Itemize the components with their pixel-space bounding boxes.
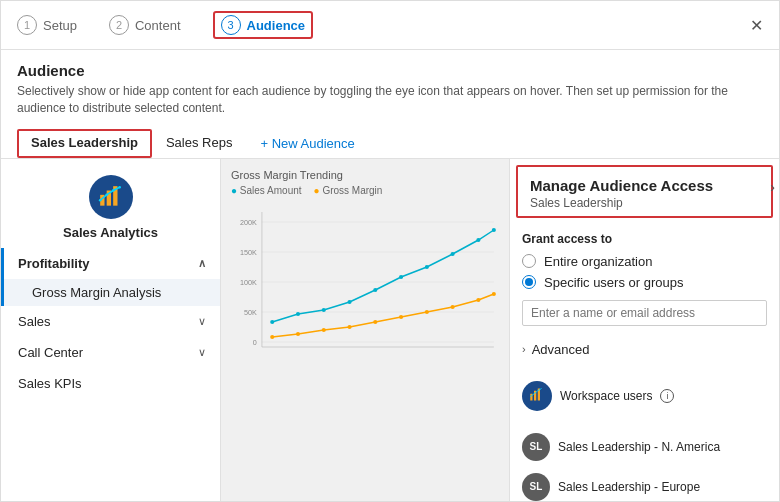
svg-point-36: [451, 305, 455, 309]
svg-point-29: [270, 335, 274, 339]
radio-entire-org[interactable]: Entire organization: [522, 254, 767, 269]
step-audience-circle: 3: [221, 15, 241, 35]
radio-circle-specific: [522, 275, 536, 289]
legend-margin: ● Gross Margin: [314, 185, 383, 196]
step-setup-circle: 1: [17, 15, 37, 35]
svg-text:50K: 50K: [244, 309, 257, 317]
svg-point-21: [322, 308, 326, 312]
workspace-users-row: Workspace users i: [510, 373, 779, 419]
nav-profitability-label: Profitability: [18, 256, 90, 271]
chevron-up-icon: ∧: [198, 257, 206, 270]
audience-europe-label: Sales Leadership - Europe: [558, 480, 700, 494]
chart-legend: ● Sales Amount ● Gross Margin: [231, 185, 499, 196]
new-audience-button[interactable]: + New Audience: [246, 130, 368, 157]
svg-point-20: [296, 312, 300, 316]
step-audience-label: Audience: [247, 18, 306, 33]
audience-description: Selectively show or hide app content for…: [17, 83, 763, 117]
svg-point-33: [373, 320, 377, 324]
radio-circle-entire-org: [522, 254, 536, 268]
svg-point-5: [111, 189, 114, 192]
svg-point-26: [451, 252, 455, 256]
step-setup: 1 Setup: [17, 15, 77, 35]
workspace-label: Workspace users: [560, 389, 652, 403]
step-content: 2 Content: [109, 15, 181, 35]
step-content-circle: 2: [109, 15, 129, 35]
nav-item-gross-margin[interactable]: Gross Margin Analysis: [1, 279, 220, 306]
nav-sales-label: Sales: [18, 314, 51, 329]
svg-text:100K: 100K: [240, 279, 257, 287]
svg-point-22: [347, 300, 351, 304]
avatar-na: SL: [522, 433, 550, 461]
manage-subtitle: Sales Leadership: [530, 196, 759, 210]
svg-point-3: [98, 199, 101, 202]
chart-title: Gross Margin Trending: [231, 169, 499, 181]
svg-point-32: [347, 325, 351, 329]
svg-text:200K: 200K: [240, 219, 257, 227]
app-icon: [89, 175, 133, 219]
modal-container: 1 Setup 2 Content 3 Audience ✕ Audience …: [0, 0, 780, 502]
step-content-label: Content: [135, 18, 181, 33]
grant-section: Grant access to Entire organization Spec…: [510, 224, 779, 334]
preview-panel: Gross Margin Trending ● Sales Amount ● G…: [221, 159, 509, 501]
nav-item-call-center[interactable]: Call Center ∨: [1, 337, 220, 368]
svg-point-35: [425, 310, 429, 314]
step-audience: 3 Audience: [213, 11, 314, 39]
chevron-down-icon-call-center: ∨: [198, 346, 206, 359]
advanced-row[interactable]: › Advanced: [510, 334, 779, 365]
svg-point-30: [296, 332, 300, 336]
svg-point-31: [322, 328, 326, 332]
manage-panel: Manage Audience Access Sales Leadership …: [509, 159, 779, 501]
app-name-label: Sales Analytics: [63, 225, 158, 240]
chevron-down-icon-sales: ∨: [198, 315, 206, 328]
radio-specific-label: Specific users or groups: [544, 275, 683, 290]
svg-point-25: [425, 265, 429, 269]
info-icon: i: [660, 389, 674, 403]
svg-point-37: [476, 298, 480, 302]
audience-section: Audience Selectively show or hide app co…: [1, 50, 779, 123]
main-content: Sales Analytics Profitability ∧ Gross Ma…: [1, 159, 779, 501]
radio-specific-users[interactable]: Specific users or groups: [522, 275, 767, 290]
step-audience-box: 3 Audience: [213, 11, 314, 39]
svg-point-4: [105, 193, 108, 196]
svg-point-28: [492, 228, 496, 232]
svg-text:0: 0: [253, 339, 257, 347]
app-nav-panel: Sales Analytics Profitability ∧ Gross Ma…: [1, 159, 221, 501]
preview-inner: Gross Margin Trending ● Sales Amount ● G…: [221, 159, 509, 374]
close-button[interactable]: ✕: [750, 16, 763, 35]
grant-label: Grant access to: [522, 232, 767, 246]
radio-entire-org-label: Entire organization: [544, 254, 652, 269]
svg-point-24: [399, 275, 403, 279]
svg-point-19: [270, 320, 274, 324]
nav-sales-kpis-label: Sales KPIs: [18, 376, 82, 391]
svg-point-23: [373, 288, 377, 292]
advanced-label: Advanced: [532, 342, 590, 357]
nav-call-center-label: Call Center: [18, 345, 83, 360]
chart-svg: 200K 150K 100K 50K 0: [231, 202, 499, 362]
nav-item-sales[interactable]: Sales ∨: [1, 306, 220, 337]
svg-point-38: [492, 292, 496, 296]
modal-header: 1 Setup 2 Content 3 Audience ✕: [1, 1, 779, 50]
manage-header: Manage Audience Access Sales Leadership: [516, 165, 773, 218]
audience-row-europe: SL Sales Leadership - Europe: [510, 467, 779, 501]
svg-point-6: [118, 186, 121, 189]
tabs-row: Sales Leadership Sales Reps + New Audien…: [1, 123, 779, 159]
step-setup-label: Setup: [43, 18, 77, 33]
manage-panel-chevron[interactable]: ›: [770, 179, 775, 195]
svg-text:150K: 150K: [240, 249, 257, 257]
nav-item-profitability[interactable]: Profitability ∧: [1, 248, 220, 279]
svg-point-27: [476, 238, 480, 242]
audience-title: Audience: [17, 62, 763, 79]
audience-na-label: Sales Leadership - N. America: [558, 440, 720, 454]
avatar-europe: SL: [522, 473, 550, 501]
advanced-chevron-icon: ›: [522, 343, 526, 355]
tab-sales-reps[interactable]: Sales Reps: [152, 129, 246, 158]
workspace-icon: [522, 381, 552, 411]
tab-sales-leadership[interactable]: Sales Leadership: [17, 129, 152, 158]
legend-sales: ● Sales Amount: [231, 185, 302, 196]
audience-row-na: SL Sales Leadership - N. America: [510, 427, 779, 467]
radio-dot-specific: [525, 278, 533, 286]
email-input[interactable]: [522, 300, 767, 326]
nav-item-sales-kpis[interactable]: Sales KPIs: [1, 368, 220, 399]
svg-point-34: [399, 315, 403, 319]
nav-gross-margin-label: Gross Margin Analysis: [32, 285, 161, 300]
